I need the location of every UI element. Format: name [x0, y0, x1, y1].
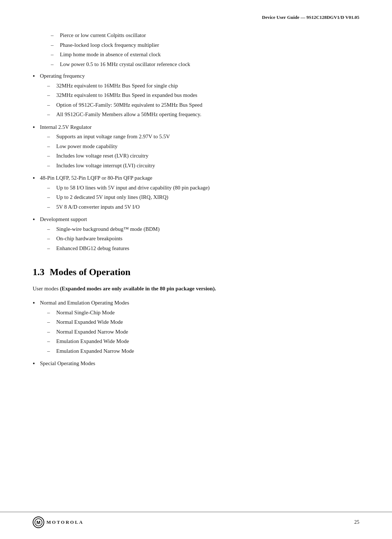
header-title: Device User Guide — 9S12C128DGV1/D V01.0…: [262, 15, 359, 20]
sublist: – Single-wire background debug™ mode (BD…: [47, 225, 359, 253]
section-intro: User modes (Expanded modes are only avai…: [33, 284, 359, 293]
dash-icon: –: [47, 193, 56, 201]
dash-icon: –: [47, 152, 56, 160]
dash-icon: –: [51, 41, 60, 49]
svg-text:M: M: [37, 520, 41, 525]
dash-icon: –: [47, 82, 56, 90]
bullet-icon: •: [33, 123, 40, 132]
list-item: • Operating frequency – 32MHz equivalent…: [33, 72, 359, 120]
list-item: • Normal and Emulation Operating Modes –…: [33, 299, 359, 356]
list-item: – Up to 2 dedicated 5V input only lines …: [47, 193, 359, 201]
sublist: – Up to 58 I/O lines with 5V input and d…: [47, 184, 359, 211]
dash-icon: –: [47, 318, 56, 326]
dash-icon: –: [47, 225, 56, 233]
bullet-icon: •: [33, 215, 40, 224]
dash-icon: –: [47, 309, 56, 317]
list-item: • Special Operating Modes: [33, 359, 359, 368]
dash-icon: –: [47, 347, 56, 355]
list-item: – 32MHz equivalent to 16MHz Bus Speed in…: [47, 91, 359, 99]
list-item: – All 9S12GC-Family Members allow a 50MH…: [47, 110, 359, 119]
list-item: – Up to 58 I/O lines with 5V input and d…: [47, 184, 359, 192]
list-item: • 48-Pin LQFP, 52-Pin LQFP or 80-Pin QFP…: [33, 174, 359, 212]
list-item: – Enhanced DBG12 debug features: [47, 244, 359, 253]
sublist: – Normal Single-Chip Mode – Normal Expan…: [47, 309, 359, 355]
list-item: • Development support – Single-wire back…: [33, 215, 359, 254]
sublist: – 32MHz equivalent to 16MHz Bus Speed fo…: [47, 82, 359, 119]
list-item: – Includes low voltage interrupt (LVI) c…: [47, 162, 359, 170]
bullet-icon: •: [33, 174, 40, 183]
bullet-icon: •: [33, 72, 40, 81]
dash-icon: –: [47, 244, 56, 253]
list-item: – Supports an input voltage range from 2…: [47, 132, 359, 141]
dash-icon: –: [47, 132, 56, 141]
list-item: – On-chip hardware breakpoints: [47, 234, 359, 243]
motorola-logo: M MOTOROLA: [33, 516, 84, 528]
dash-icon: –: [47, 101, 56, 109]
list-item: – Single-wire background debug™ mode (BD…: [47, 225, 359, 233]
intro-sublist: – Pierce or low current Colpitts oscilla…: [51, 31, 359, 68]
bullet-icon: •: [33, 359, 40, 368]
list-item: – Normal Expanded Wide Mode: [47, 318, 359, 326]
list-item: – Option of 9S12C-Family: 50MHz equivale…: [47, 101, 359, 109]
page-footer: M MOTOROLA 25: [0, 512, 392, 528]
list-item: – Low power mode capability: [47, 142, 359, 151]
list-item: – Limp home mode in absence of external …: [51, 50, 359, 59]
dash-icon: –: [47, 162, 56, 170]
list-item: – Normal Expanded Narrow Mode: [47, 328, 359, 336]
list-item: – 32MHz equivalent to 16MHz Bus Speed fo…: [47, 82, 359, 90]
dash-icon: –: [47, 142, 56, 151]
dash-icon: –: [51, 60, 60, 69]
list-item: • Internal 2.5V Regulator – Supports an …: [33, 123, 359, 171]
sublist: – Supports an input voltage range from 2…: [47, 132, 359, 170]
list-item: – Phase-locked loop clock frequency mult…: [51, 41, 359, 49]
dash-icon: –: [47, 184, 56, 192]
motorola-text: MOTOROLA: [46, 519, 84, 525]
page-number: 25: [354, 519, 359, 525]
dash-icon: –: [47, 337, 56, 346]
content-area: – Pierce or low current Colpitts oscilla…: [33, 31, 359, 368]
dash-icon: –: [47, 203, 56, 211]
dash-icon: –: [47, 328, 56, 336]
motorola-symbol-svg: M: [34, 518, 42, 526]
modes-list: • Normal and Emulation Operating Modes –…: [33, 299, 359, 368]
list-item: – Low power 0.5 to 16 MHz crystal oscill…: [51, 60, 359, 69]
page: Device User Guide — 9S12C128DGV1/D V01.0…: [0, 0, 392, 539]
list-item: – Emulation Expanded Narrow Mode: [47, 347, 359, 355]
dash-icon: –: [47, 234, 56, 243]
dash-icon: –: [47, 110, 56, 119]
list-item: – Includes low voltage reset (LVR) circu…: [47, 152, 359, 160]
bullet-icon: •: [33, 299, 40, 308]
dash-icon: –: [51, 31, 60, 40]
list-item: – Normal Single-Chip Mode: [47, 309, 359, 317]
dash-icon: –: [51, 50, 60, 59]
section-heading: 1.3 Modes of Operation: [33, 267, 359, 278]
page-header: Device User Guide — 9S12C128DGV1/D V01.0…: [33, 15, 359, 20]
dash-icon: –: [47, 91, 56, 99]
list-item: – 5V 8 A/D converter inputs and 5V I/O: [47, 203, 359, 211]
list-item: – Emulation Expanded Wide Mode: [47, 337, 359, 346]
list-item: – Pierce or low current Colpitts oscilla…: [51, 31, 359, 40]
motorola-m-icon: M: [33, 516, 44, 528]
main-list: • Operating frequency – 32MHz equivalent…: [33, 72, 359, 254]
